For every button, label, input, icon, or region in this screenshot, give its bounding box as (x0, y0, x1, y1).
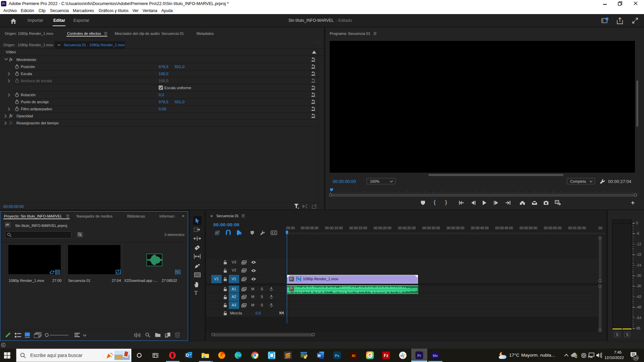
svg-text:Ps: Ps (335, 354, 339, 358)
svg-text:Ai: Ai (352, 354, 356, 358)
svg-text:Pr: Pr (417, 354, 421, 358)
svg-text:Me: Me (433, 354, 438, 358)
svg-text:W: W (318, 354, 321, 358)
svg-text:Fz: Fz (384, 353, 388, 358)
